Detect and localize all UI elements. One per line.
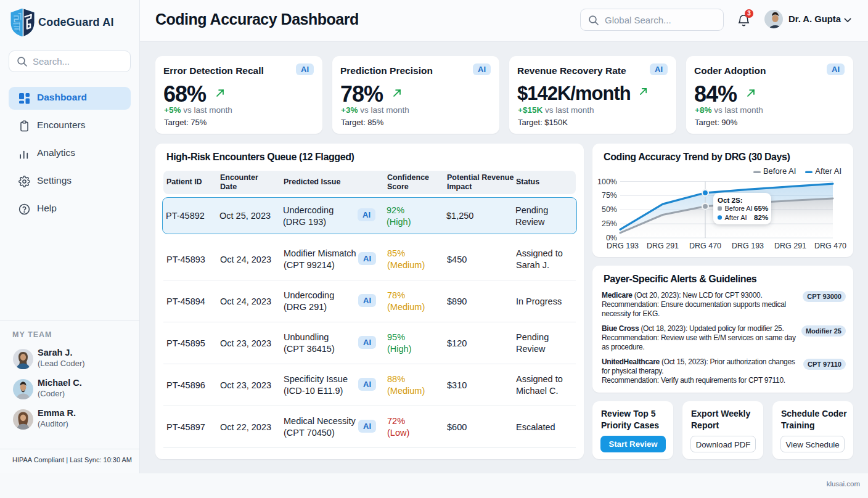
svg-text:DRG 470: DRG 470 bbox=[689, 242, 721, 250]
svg-text:After AI: After AI bbox=[725, 214, 747, 221]
svg-text:75%: 75% bbox=[602, 191, 617, 200]
svg-text:DRG 193: DRG 193 bbox=[607, 242, 639, 250]
svg-text:DRG 470: DRG 470 bbox=[814, 242, 846, 250]
svg-text:25%: 25% bbox=[602, 219, 617, 228]
svg-text:Oct 2S:: Oct 2S: bbox=[718, 196, 743, 204]
svg-text:DRG 291: DRG 291 bbox=[647, 242, 679, 250]
svg-text:100%: 100% bbox=[597, 178, 617, 186]
svg-text:50%: 50% bbox=[602, 205, 617, 214]
svg-text:65%: 65% bbox=[754, 204, 768, 212]
svg-text:DRG 193: DRG 193 bbox=[732, 242, 764, 250]
svg-text:DRG 291: DRG 291 bbox=[774, 242, 806, 250]
svg-text:82%: 82% bbox=[754, 213, 768, 221]
svg-text:Before AI: Before AI bbox=[725, 205, 753, 212]
